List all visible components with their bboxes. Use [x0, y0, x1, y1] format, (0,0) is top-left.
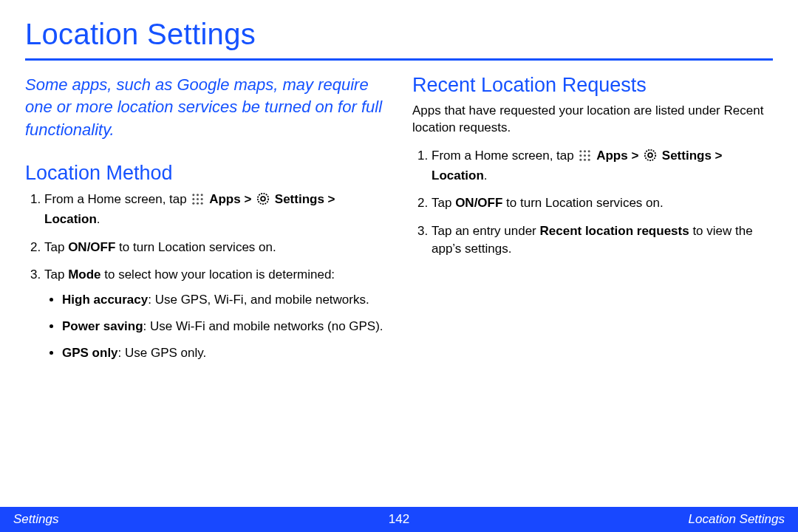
step-text: to turn Location services on. — [115, 240, 276, 254]
svg-point-6 — [193, 202, 195, 205]
intro-text: Some apps, such as Google maps, may requ… — [25, 74, 386, 141]
svg-point-1 — [197, 194, 199, 196]
svg-point-18 — [584, 159, 586, 161]
option-desc: : Use GPS only. — [118, 346, 207, 360]
step-text: Tap — [432, 196, 455, 210]
apps-grid-icon — [579, 149, 591, 167]
apps-label: Apps > — [209, 192, 255, 206]
section-heading-recent-requests: Recent Location Requests — [412, 74, 773, 97]
list-item: From a Home screen, tap Apps > — [44, 191, 386, 228]
recent-requests-steps: From a Home screen, tap Apps > — [412, 147, 773, 258]
footer-page-number: 142 — [389, 512, 409, 527]
svg-point-19 — [588, 159, 590, 161]
onoff-label: ON/OFF — [455, 196, 502, 210]
svg-point-15 — [584, 154, 586, 157]
list-item: Tap ON/OFF to turn Location services on. — [432, 194, 773, 212]
period: . — [97, 212, 100, 226]
svg-point-5 — [201, 198, 203, 200]
section-heading-location-method: Location Method — [25, 162, 386, 185]
svg-point-17 — [580, 159, 582, 161]
step-text: From a Home screen, tap — [44, 192, 190, 206]
list-item: Tap Mode to select how your location is … — [44, 266, 386, 361]
list-item: Tap ON/OFF to turn Location services on. — [44, 239, 386, 256]
list-item: Tap an entry under Recent location reque… — [432, 222, 773, 258]
option-desc: : Use Wi-Fi and mobile networks (no GPS)… — [143, 319, 383, 333]
settings-gear-icon — [256, 192, 270, 211]
location-method-steps: From a Home screen, tap Apps > — [25, 191, 386, 362]
period: . — [484, 168, 488, 183]
step-text: Tap an entry under — [432, 224, 539, 238]
svg-point-16 — [588, 154, 590, 157]
svg-point-11 — [580, 150, 582, 152]
left-column: Some apps, such as Google maps, may requ… — [25, 74, 386, 372]
svg-point-7 — [197, 202, 199, 205]
svg-point-21 — [648, 153, 652, 157]
svg-point-8 — [201, 202, 203, 205]
recent-requests-intro: Apps that have requested your location a… — [412, 103, 773, 137]
mode-options: High accuracy: Use GPS, Wi-Fi, and mobil… — [44, 291, 386, 361]
right-column: Recent Location Requests Apps that have … — [412, 74, 773, 372]
svg-point-2 — [201, 194, 203, 196]
list-item: GPS only: Use GPS only. — [62, 344, 386, 362]
title-rule — [25, 58, 773, 61]
step-text: From a Home screen, tap — [432, 149, 577, 163]
list-item: From a Home screen, tap Apps > — [432, 147, 773, 185]
svg-point-20 — [645, 150, 655, 160]
mode-label: Mode — [68, 267, 100, 282]
svg-point-10 — [261, 197, 265, 201]
page-title: Location Settings — [25, 18, 773, 51]
svg-point-0 — [193, 194, 195, 196]
svg-point-4 — [197, 198, 199, 200]
list-item: Power saving: Use Wi-Fi and mobile netwo… — [62, 318, 386, 335]
option-name: GPS only — [62, 346, 118, 360]
settings-gear-icon — [644, 149, 657, 167]
svg-point-3 — [193, 198, 195, 200]
apps-grid-icon — [191, 193, 204, 211]
apps-label: Apps > — [596, 149, 642, 163]
onoff-label: ON/OFF — [68, 240, 115, 254]
footer-right: Location Settings — [689, 512, 785, 527]
footer-left: Settings — [13, 512, 58, 527]
step-text: to select how your location is determine… — [101, 267, 335, 282]
option-name: High accuracy — [62, 293, 148, 307]
page-footer: Settings 142 Location Settings — [0, 507, 798, 532]
option-desc: : Use GPS, Wi-Fi, and mobile networks. — [148, 293, 369, 307]
step-text: Tap — [44, 240, 68, 254]
document-page: Location Settings Some apps, such as Goo… — [0, 0, 798, 532]
svg-point-12 — [584, 150, 586, 152]
recent-requests-label: Recent location requests — [539, 224, 689, 238]
option-name: Power saving — [62, 319, 143, 333]
list-item: High accuracy: Use GPS, Wi-Fi, and mobil… — [62, 291, 386, 309]
step-text: to turn Location services on. — [502, 196, 663, 210]
step-text: Tap — [44, 267, 68, 282]
svg-point-9 — [258, 194, 268, 204]
svg-point-13 — [588, 150, 590, 152]
columns: Some apps, such as Google maps, may requ… — [25, 74, 773, 372]
svg-point-14 — [580, 154, 582, 157]
